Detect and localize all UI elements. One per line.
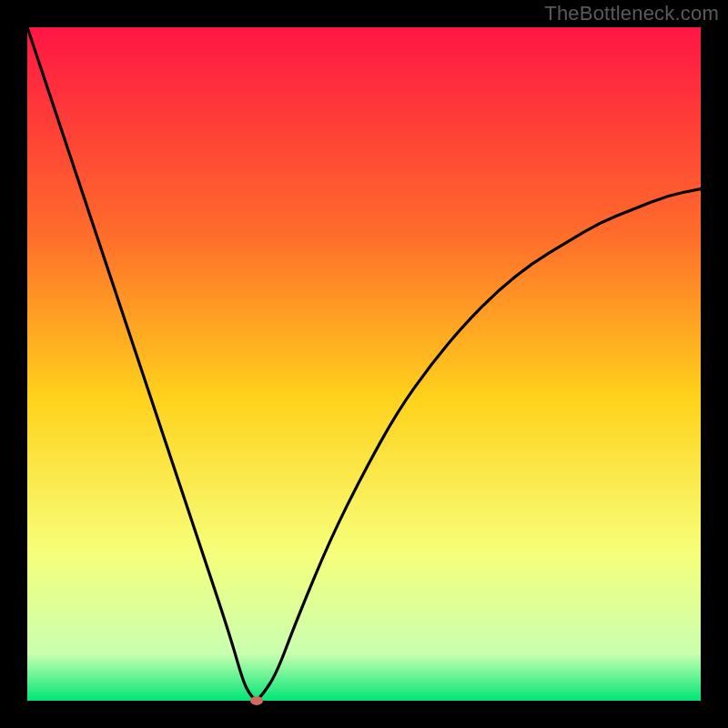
gradient-row — [27, 411, 701, 413]
gradient-row — [27, 62, 701, 64]
gradient-row — [27, 533, 701, 535]
gradient-row — [27, 187, 701, 189]
gradient-row — [27, 277, 701, 278]
gradient-row — [27, 337, 701, 339]
gradient-row — [27, 215, 701, 217]
gradient-row — [27, 433, 701, 435]
gradient-row — [27, 362, 701, 364]
gradient-row — [27, 544, 701, 546]
gradient-row — [27, 562, 701, 564]
gradient-row — [27, 548, 701, 550]
gradient-row — [27, 193, 701, 195]
gradient-row — [27, 422, 701, 424]
gradient-row — [27, 679, 701, 681]
gradient-row — [27, 229, 701, 231]
gradient-row — [27, 348, 701, 349]
gradient-row — [27, 628, 701, 630]
gradient-row — [27, 499, 701, 500]
gradient-row — [27, 60, 701, 62]
gradient-row — [27, 517, 701, 519]
gradient-row — [27, 253, 701, 255]
gradient-row — [27, 273, 701, 275]
gradient-row — [27, 104, 701, 106]
gradient-row — [27, 349, 701, 351]
gradient-row — [27, 373, 701, 375]
gradient-row — [27, 322, 701, 324]
gradient-row — [27, 522, 701, 524]
gradient-row — [27, 360, 701, 362]
watermark-text: TheBottleneck.com — [544, 2, 719, 25]
gradient-row — [27, 120, 701, 122]
gradient-row — [27, 213, 701, 215]
gradient-row — [27, 326, 701, 328]
gradient-row — [27, 297, 701, 298]
gradient-row — [27, 493, 701, 495]
gradient-row — [27, 173, 701, 175]
gradient-row — [27, 581, 701, 582]
gradient-row — [27, 264, 701, 266]
gradient-row — [27, 626, 701, 628]
gradient-row — [27, 368, 701, 369]
gradient-row — [27, 377, 701, 379]
gradient-row — [27, 555, 701, 557]
gradient-row — [27, 55, 701, 56]
gradient-row — [27, 464, 701, 466]
gradient-row — [27, 606, 701, 608]
gradient-row — [27, 53, 701, 55]
gradient-row — [27, 75, 701, 76]
gradient-row — [27, 86, 701, 87]
gradient-row — [27, 311, 701, 313]
gradient-row — [27, 602, 701, 604]
gradient-row — [27, 564, 701, 566]
gradient-row — [27, 632, 701, 633]
gradient-row — [27, 404, 701, 406]
gradient-row — [27, 659, 701, 661]
gradient-row — [27, 266, 701, 268]
gradient-row — [27, 504, 701, 506]
gradient-row — [27, 284, 701, 286]
gradient-row — [27, 38, 701, 40]
gradient-row — [27, 466, 701, 468]
gradient-row — [27, 47, 701, 49]
gradient-row — [27, 670, 701, 672]
gradient-row — [27, 657, 701, 659]
gradient-row — [27, 601, 701, 602]
gradient-row — [27, 318, 701, 320]
gradient-row — [27, 495, 701, 497]
gradient-row — [27, 122, 701, 124]
gradient-row — [27, 408, 701, 410]
gradient-row — [27, 342, 701, 344]
gradient-row — [27, 510, 701, 511]
gradient-row — [27, 126, 701, 127]
gradient-row — [27, 521, 701, 522]
gradient-row — [27, 471, 701, 473]
gradient-row — [27, 531, 701, 533]
gradient-row — [27, 513, 701, 515]
gradient-row — [27, 475, 701, 477]
gradient-row — [27, 468, 701, 470]
gradient-row — [27, 335, 701, 337]
gradient-row — [27, 617, 701, 619]
gradient-row — [27, 280, 701, 282]
gradient-row — [27, 644, 701, 646]
gradient-row — [27, 633, 701, 635]
plot-area — [27, 27, 701, 701]
gradient-row — [27, 588, 701, 590]
gradient-row — [27, 448, 701, 450]
gradient-row — [27, 622, 701, 624]
gradient-row — [27, 424, 701, 426]
gradient-row — [27, 206, 701, 207]
gradient-row — [27, 488, 701, 490]
gradient-row — [27, 313, 701, 315]
gradient-row — [27, 672, 701, 673]
gradient-row — [27, 613, 701, 615]
gradient-row — [27, 186, 701, 187]
gradient-row — [27, 242, 701, 244]
gradient-row — [27, 570, 701, 571]
gradient-row — [27, 66, 701, 67]
gradient-row — [27, 278, 701, 280]
gradient-row — [27, 140, 701, 142]
gradient-row — [27, 40, 701, 42]
gradient-row — [27, 641, 701, 642]
gradient-row — [27, 697, 701, 699]
